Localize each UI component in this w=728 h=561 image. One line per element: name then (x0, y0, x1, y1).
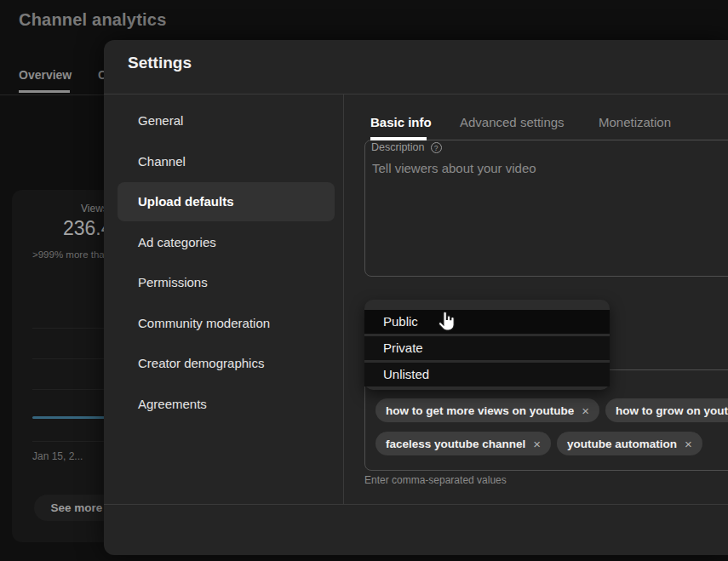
settings-dialog: Settings General Channel Upload defaults… (104, 40, 728, 555)
tab-overview[interactable]: Overview (19, 68, 72, 82)
tag-chip-label: how to grow on youtube (616, 404, 728, 417)
sidebar-item-channel[interactable]: Channel (118, 142, 335, 181)
sidebar-item-upload-defaults[interactable]: Upload defaults (118, 182, 335, 221)
tab-basic-info[interactable]: Basic info (370, 115, 432, 129)
sidebar-item-ad-categories[interactable]: Ad categories (118, 223, 335, 262)
overview-tab-underline (19, 90, 70, 93)
x-axis-date-label: Jan 15, 2... (32, 450, 83, 462)
sidebar-item-community-moderation[interactable]: Community moderation (118, 304, 335, 343)
remove-tag-icon[interactable]: × (685, 438, 692, 450)
comparison-text: >999% more than (32, 249, 110, 260)
tag-chip: how to grow on youtube × (605, 398, 728, 422)
description-label: Description (371, 141, 425, 153)
menu-option-unlisted[interactable]: Unlisted (364, 363, 610, 386)
sidebar-item-general[interactable]: General (118, 101, 335, 140)
menu-option-private[interactable]: Private (364, 336, 610, 360)
dialog-title: Settings (128, 54, 192, 72)
header-divider (104, 94, 728, 94)
sidebar-item-creator-demographics[interactable]: Creator demographics (118, 344, 335, 383)
tag-chip-label: youtube automation (567, 438, 677, 450)
page-title: Channel analytics (19, 10, 166, 30)
description-textarea[interactable] (365, 140, 728, 276)
sidebar-item-permissions[interactable]: Permissions (118, 263, 335, 302)
menu-option-public[interactable]: Public (364, 310, 610, 334)
tag-chip: how to get more views on youtube × (375, 398, 599, 422)
remove-tag-icon[interactable]: × (533, 438, 541, 450)
cursor-pointer-icon (436, 310, 458, 337)
visibility-dropdown-menu: Public Private Unlisted (364, 300, 610, 390)
help-circle-icon[interactable]: ? (431, 142, 442, 153)
tab-monetization[interactable]: Monetization (599, 115, 671, 129)
tag-chip-label: faceless youtube channel (386, 438, 525, 450)
remove-tag-icon[interactable]: × (582, 404, 589, 417)
tab-advanced-settings[interactable]: Advanced settings (460, 115, 565, 129)
tags-helper-text: Enter comma-separated values (364, 474, 507, 486)
description-label-row: Description ? (371, 141, 442, 153)
description-field (364, 140, 728, 277)
tag-chip: youtube automation × (557, 432, 702, 455)
sidebar-divider (343, 94, 344, 504)
tag-chip: faceless youtube channel × (375, 432, 551, 455)
tag-chip-label: how to get more views on youtube (386, 404, 574, 417)
sidebar-item-agreements[interactable]: Agreements (118, 385, 335, 424)
screen: Channel analytics Overview Content Views… (0, 0, 728, 561)
footer-divider (104, 504, 728, 505)
active-tab-underline (370, 137, 427, 140)
